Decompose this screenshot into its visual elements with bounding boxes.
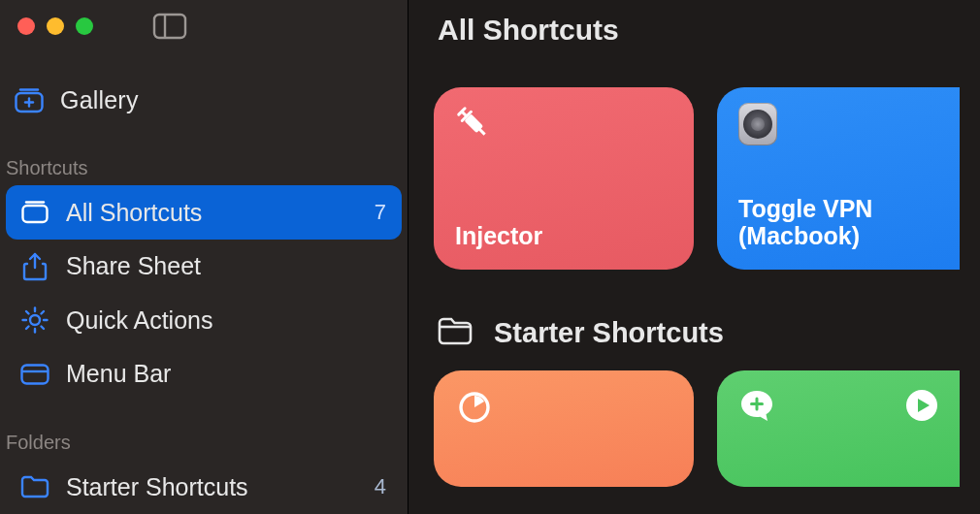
window-titlebar — [0, 0, 408, 52]
sidebar-item-label: Starter Shortcuts — [66, 473, 248, 501]
sidebar-icon — [153, 14, 186, 39]
sidebar-item-menu-bar[interactable]: Menu Bar — [6, 347, 402, 402]
shortcut-tile-injector[interactable]: Injector — [434, 87, 694, 270]
shortcut-tile[interactable] — [717, 370, 960, 487]
folder-icon — [438, 316, 473, 349]
gear-icon — [21, 306, 49, 334]
sidebar-item-share-sheet[interactable]: Share Sheet — [6, 240, 402, 294]
shortcut-tile[interactable] — [434, 370, 694, 487]
svg-line-15 — [26, 327, 29, 330]
group-header-starter[interactable]: Starter Shortcuts — [438, 316, 980, 349]
stack-icon — [21, 201, 49, 224]
folder-icon — [21, 475, 49, 498]
sidebar-item-count: 4 — [375, 474, 386, 499]
sidebar-item-label: Menu Bar — [66, 360, 171, 388]
shortcut-tile-label: Injector — [455, 222, 672, 250]
sidebar-item-label: Share Sheet — [66, 252, 201, 280]
svg-rect-17 — [22, 365, 49, 383]
svg-line-16 — [42, 311, 45, 314]
svg-line-13 — [26, 311, 29, 314]
shortcut-tile-label: Toggle VPN (Macbook) — [738, 195, 938, 251]
sidebar-item-quick-actions[interactable]: Quick Actions — [6, 293, 402, 347]
menubar-icon — [21, 364, 49, 385]
sidebar: Gallery Shortcuts All Shortcuts 7 Share … — [0, 0, 408, 514]
svg-rect-6 — [23, 206, 48, 222]
syringe-icon — [455, 105, 494, 144]
sidebar-item-all-shortcuts[interactable]: All Shortcuts 7 — [6, 185, 402, 240]
sidebar-folder-starter[interactable]: Starter Shortcuts 4 — [6, 460, 402, 514]
share-icon — [21, 252, 49, 281]
svg-line-14 — [42, 327, 45, 330]
window-controls — [17, 17, 93, 35]
group-header-label: Starter Shortcuts — [494, 317, 724, 349]
shortcut-tile-row — [434, 370, 980, 487]
gallery-icon — [16, 88, 43, 113]
zoom-window-button[interactable] — [76, 17, 93, 35]
sidebar-item-gallery[interactable]: Gallery — [0, 75, 408, 126]
play-icon[interactable] — [905, 389, 938, 426]
sidebar-section-shortcuts: Shortcuts — [0, 149, 408, 185]
sidebar-item-count: 7 — [375, 200, 386, 225]
svg-rect-20 — [477, 127, 485, 135]
page-title: All Shortcuts — [434, 14, 980, 47]
sidebar-item-label: All Shortcuts — [66, 199, 202, 227]
sidebar-item-label: Gallery — [60, 86, 139, 114]
svg-point-8 — [30, 315, 40, 325]
sidebar-item-label: Quick Actions — [66, 306, 212, 335]
shortcut-tile-row: Injector Toggle VPN (Macbook) — [434, 87, 980, 270]
chat-plus-icon — [738, 388, 775, 427]
sidebar-section-folders: Folders — [0, 424, 408, 460]
system-preferences-icon — [738, 105, 777, 144]
timer-icon — [455, 388, 494, 427]
toggle-sidebar-button[interactable] — [153, 14, 186, 39]
shortcut-tile-toggle-vpn[interactable]: Toggle VPN (Macbook) — [717, 87, 960, 270]
main-content: All Shortcuts Injector Tog — [408, 0, 980, 514]
minimize-window-button[interactable] — [47, 17, 64, 35]
close-window-button[interactable] — [17, 17, 35, 35]
svg-rect-0 — [154, 15, 185, 38]
